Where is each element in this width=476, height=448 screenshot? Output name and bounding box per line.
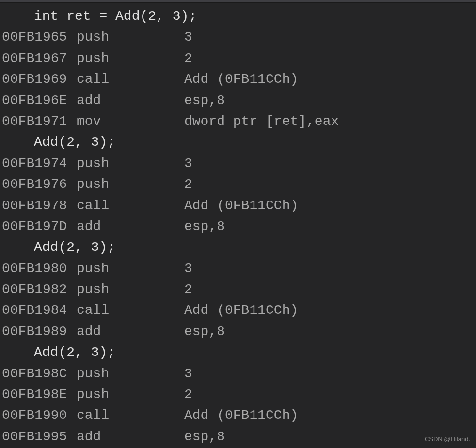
asm-address: 00FB1995 <box>2 426 77 447</box>
asm-line: 00FB197D add esp,8 <box>0 216 476 237</box>
source-line: Add(2, 3); <box>0 342 476 363</box>
asm-operands: 3 <box>184 27 476 47</box>
asm-address: 00FB1989 <box>2 321 77 342</box>
asm-address: 00FB1980 <box>2 258 77 279</box>
asm-operands: 2 <box>184 279 476 300</box>
asm-line: 00FB1978 call Add (0FB11CCh) <box>0 195 476 216</box>
asm-address: 00FB198C <box>2 363 77 384</box>
asm-mnemonic: call <box>77 405 184 426</box>
asm-mnemonic: push <box>77 363 184 384</box>
asm-operands: esp,8 <box>184 90 476 111</box>
asm-mnemonic: call <box>77 195 184 216</box>
asm-address: 00FB196E <box>2 90 77 111</box>
asm-operands: Add (0FB11CCh) <box>184 69 476 90</box>
asm-address: 00FB1974 <box>2 153 77 174</box>
asm-operands: Add (0FB11CCh) <box>184 195 476 216</box>
asm-address: 00FB1978 <box>2 195 77 216</box>
asm-line: 00FB1982 push 2 <box>0 279 476 300</box>
asm-mnemonic: push <box>77 258 184 279</box>
asm-operands: 3 <box>184 363 476 384</box>
asm-address: 00FB1982 <box>2 279 77 300</box>
asm-mnemonic: push <box>77 174 184 195</box>
asm-line: 00FB1965 push 3 <box>0 27 476 47</box>
asm-line: 00FB196E add esp,8 <box>0 90 476 111</box>
asm-line: 00FB1974 push 3 <box>0 153 476 174</box>
asm-operands: Add (0FB11CCh) <box>184 300 476 321</box>
source-line: int ret = Add(2, 3); <box>0 6 476 27</box>
asm-line: 00FB1971 mov dword ptr [ret],eax <box>0 111 476 132</box>
asm-address: 00FB198E <box>2 384 77 405</box>
asm-operands: esp,8 <box>184 216 476 237</box>
asm-mnemonic: push <box>77 279 184 300</box>
asm-line: 00FB1989 add esp,8 <box>0 321 476 342</box>
asm-operands: Add (0FB11CCh) <box>184 405 476 426</box>
asm-operands: esp,8 <box>184 321 476 342</box>
watermark-text: CSDN @Hiland. <box>425 434 470 444</box>
asm-address: 00FB1965 <box>2 27 77 47</box>
asm-address: 00FB1969 <box>2 69 77 90</box>
disassembly-view[interactable]: int ret = Add(2, 3); 00FB1965 push 3 00F… <box>0 3 476 447</box>
asm-operands: 2 <box>184 48 476 69</box>
asm-operands: 3 <box>184 153 476 174</box>
asm-mnemonic: add <box>77 321 184 342</box>
asm-address: 00FB1984 <box>2 300 77 321</box>
asm-address: 00FB1990 <box>2 405 77 426</box>
asm-address: 00FB1971 <box>2 111 77 132</box>
asm-line: 00FB1995 add esp,8 <box>0 426 476 447</box>
asm-operands: dword ptr [ret],eax <box>184 111 476 132</box>
asm-line: 00FB198C push 3 <box>0 363 476 384</box>
asm-operands: 3 <box>184 258 476 279</box>
asm-line: 00FB1976 push 2 <box>0 174 476 195</box>
asm-operands: 2 <box>184 384 476 405</box>
asm-address: 00FB1967 <box>2 48 77 69</box>
asm-mnemonic: push <box>77 48 184 69</box>
asm-line: 00FB198E push 2 <box>0 384 476 405</box>
asm-mnemonic: call <box>77 300 184 321</box>
asm-mnemonic: mov <box>77 111 184 132</box>
source-line: Add(2, 3); <box>0 132 476 153</box>
asm-mnemonic: add <box>77 216 184 237</box>
asm-address: 00FB1976 <box>2 174 77 195</box>
asm-line: 00FB1967 push 2 <box>0 48 476 69</box>
asm-address: 00FB197D <box>2 216 77 237</box>
asm-mnemonic: call <box>77 69 184 90</box>
source-line: Add(2, 3); <box>0 237 476 258</box>
asm-line: 00FB1980 push 3 <box>0 258 476 279</box>
asm-mnemonic: add <box>77 426 184 447</box>
asm-line: 00FB1990 call Add (0FB11CCh) <box>0 405 476 426</box>
asm-mnemonic: add <box>77 90 184 111</box>
asm-line: 00FB1969 call Add (0FB11CCh) <box>0 69 476 90</box>
asm-mnemonic: push <box>77 153 184 174</box>
asm-line: 00FB1984 call Add (0FB11CCh) <box>0 300 476 321</box>
asm-operands: 2 <box>184 174 476 195</box>
asm-mnemonic: push <box>77 384 184 405</box>
asm-mnemonic: push <box>77 27 184 47</box>
